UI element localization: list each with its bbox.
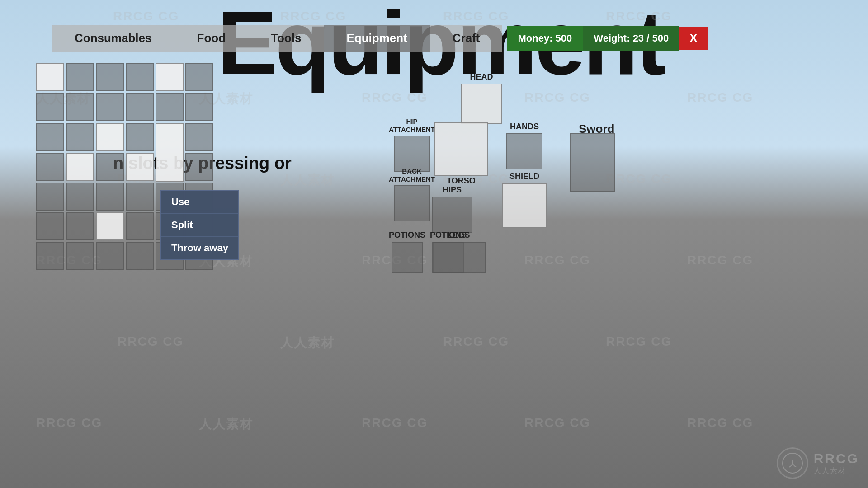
hands-section: HANDS [506,122,542,169]
logo-text: RRCG 人人素材 [814,451,859,476]
shield-label: SHIELD [509,172,539,181]
tab-consumables[interactable]: Consumables [52,25,175,52]
inv-cell-4-3[interactable] [126,183,154,211]
context-menu: Use Split Throw away [160,190,239,260]
hip-slot[interactable] [394,136,430,172]
torso-slot[interactable] [434,122,488,176]
inv-cell-0-4[interactable] [156,63,184,91]
money-weight-bar: Money: 500 Weight: 23 / 500 X [507,26,707,51]
inv-cell-5-3[interactable] [126,212,154,240]
ctx-use[interactable]: Use [161,191,238,214]
inv-cell-1-4[interactable] [156,93,184,121]
inv-cell-3-5[interactable] [185,153,213,181]
weight-display: Weight: 23 / 500 [583,26,679,51]
inv-cell-6-0[interactable] [36,242,64,270]
inv-cell-1-5[interactable] [185,93,213,121]
inv-cell-6-3[interactable] [126,242,154,270]
hip-label: HIPATTACHMENT [389,117,435,134]
inv-cell-5-1[interactable] [66,212,94,240]
hips-slot[interactable] [432,197,472,233]
head-section: HEAD [461,72,502,124]
logo-watermark: 人 RRCG 人人素材 [777,447,859,479]
inv-cell-2-3[interactable] [126,123,154,151]
potion-slot-1[interactable] [392,242,423,273]
inv-cell-0-3[interactable] [126,63,154,91]
logo-sub-text: 人人素材 [814,466,859,476]
inv-cell-0-2[interactable] [96,63,124,91]
inv-cell-0-0[interactable] [36,63,64,91]
inv-cell-5-0[interactable] [36,212,64,240]
logo-icon: 人 [781,452,804,474]
nav-bar: Consumables Food Tools Equipment Craft M… [52,25,708,52]
inv-cell-3-0[interactable] [36,153,64,181]
legs-label: LEGS [448,230,470,240]
legs-slot[interactable] [432,242,486,273]
tab-tools[interactable]: Tools [248,25,324,52]
inv-cell-0-5[interactable] [185,63,213,91]
potion-section-1: POTIONS [389,230,425,273]
hands-label: HANDS [510,122,539,131]
sword-slot[interactable] [570,133,615,192]
inv-cell-0-1[interactable] [66,63,94,91]
shield-section: SHIELD [502,172,547,228]
shield-slot[interactable] [502,183,547,228]
logo-circle: 人 [777,447,808,479]
inv-cell-3-1[interactable] [66,153,94,181]
tab-food[interactable]: Food [175,25,249,52]
close-button[interactable]: X [679,27,707,50]
tab-craft[interactable]: Craft [430,25,503,52]
back-slot[interactable] [394,185,430,221]
head-slot[interactable] [461,84,502,124]
inv-cell-3-2[interactable] [96,153,124,181]
inv-cell-6-2[interactable] [96,242,124,270]
inv-cell-4-2[interactable] [96,183,124,211]
hands-slot[interactable] [506,133,542,169]
money-display: Money: 500 [507,26,583,51]
inv-cell-5-2[interactable] [96,212,124,240]
tab-equipment[interactable]: Equipment [324,25,429,52]
back-label: BACKATTACHMENT [389,167,435,183]
hip-section: HIPATTACHMENT [389,117,435,172]
back-section: BACKATTACHMENT [389,167,435,221]
inv-cell-tall[interactable] [156,123,184,182]
potions-label-1: POTIONS [389,230,425,240]
inv-cell-2-1[interactable] [66,123,94,151]
logo-rrcg-text: RRCG [814,451,859,466]
torso-label: TORSO [447,176,476,186]
inv-cell-1-3[interactable] [126,93,154,121]
inv-cell-4-0[interactable] [36,183,64,211]
ctx-throw[interactable]: Throw away [161,237,238,259]
svg-text:人: 人 [788,460,797,468]
inv-cell-1-0[interactable] [36,93,64,121]
inv-cell-2-0[interactable] [36,123,64,151]
inv-cell-1-2[interactable] [96,93,124,121]
inv-cell-3-3[interactable] [126,153,154,181]
ctx-split[interactable]: Split [161,214,238,237]
hips-label: HIPS [443,185,462,195]
inv-cell-1-1[interactable] [66,93,94,121]
head-label: HEAD [470,72,493,82]
inv-cell-2-5[interactable] [185,123,213,151]
inv-cell-2-2[interactable] [96,123,124,151]
inv-cell-4-1[interactable] [66,183,94,211]
hips-section: HIPS [432,185,472,233]
legs-section: LEGS [432,230,486,273]
torso-section: TORSO [434,122,488,188]
inv-cell-6-1[interactable] [66,242,94,270]
